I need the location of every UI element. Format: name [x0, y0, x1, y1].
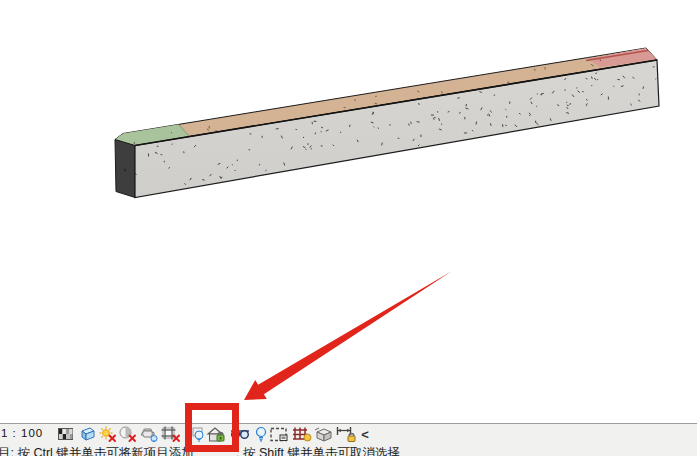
status-hint-text-left: 目; 按 Ctrl 键并单击可将新项目添加: [0, 445, 194, 456]
beam-end-speckle: [124, 169, 126, 171]
beam-3d-view[interactable]: [0, 0, 697, 456]
crop-view-off-icon: [161, 426, 180, 442]
visual-style-button[interactable]: [76, 425, 96, 443]
status-hint-text-right: ; 按 Shift 键并单击可取消选择: [236, 445, 400, 456]
temporary-hide-isolate-button[interactable]: [229, 425, 251, 443]
highlight-displacement-sets-button[interactable]: [313, 425, 335, 443]
shadows-button[interactable]: [117, 425, 137, 443]
reveal-hidden-elements-button[interactable]: [251, 425, 271, 443]
unlocked-3d-view-house-icon: [206, 426, 226, 443]
unlocked-3d-view-button[interactable]: [205, 425, 227, 443]
reveal-hidden-lightbulb-icon: [255, 426, 267, 442]
expand-toolbar-button[interactable]: <: [355, 425, 375, 443]
view-scale-button[interactable]: 1 : 100: [1, 427, 43, 439]
sun-path-button[interactable]: [97, 425, 117, 443]
shadows-off-icon: [119, 426, 136, 442]
drawing-area[interactable]: [0, 0, 697, 456]
displacement-sets-icon: [314, 427, 334, 442]
temporary-view-properties-icon: [270, 427, 290, 442]
crop-region-lightbulb-icon: [192, 426, 206, 442]
crop-view-button[interactable]: [160, 425, 180, 443]
detail-level-icon: [58, 428, 73, 440]
visual-style-icon: [78, 427, 95, 441]
rendering-teapot-icon: [140, 426, 158, 442]
detail-level-button[interactable]: [55, 425, 75, 443]
show-analytical-model-button[interactable]: [291, 425, 313, 443]
sun-path-off-icon: [99, 426, 116, 442]
beam-end-face[interactable]: [115, 140, 135, 198]
hide-isolate-glasses-icon: [230, 428, 250, 440]
view-control-bar: 1 : 100: [0, 423, 697, 445]
show-rendering-dialog-button[interactable]: [139, 425, 159, 443]
analytical-model-icon: [292, 426, 312, 442]
revit-window: 1 : 100: [0, 0, 697, 456]
temporary-view-properties-button[interactable]: [269, 425, 291, 443]
status-bar: 目; 按 Ctrl 键并单击可将新项目添加 ; 按 Shift 键并单击可取消选…: [0, 444, 697, 456]
